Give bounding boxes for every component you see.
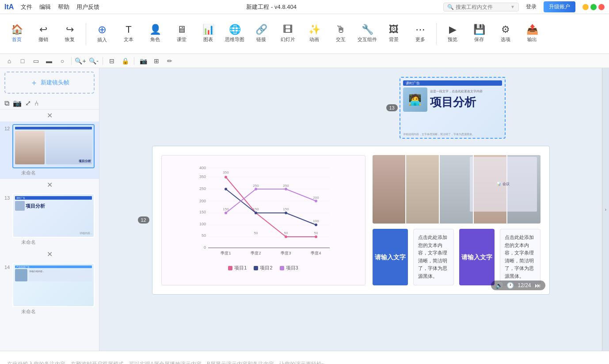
menu-edit[interactable]: 编辑 xyxy=(39,3,51,11)
upgrade-button[interactable]: 升级账户 xyxy=(544,1,575,12)
chart-legend: 项目1 项目2 项目3 xyxy=(169,265,358,271)
camera-frame-button[interactable]: 📷 xyxy=(13,99,22,107)
edit-icon[interactable]: ✏ xyxy=(164,55,175,67)
toolbar-options[interactable]: ⚙ 选项 xyxy=(493,17,518,51)
minimize-button[interactable] xyxy=(582,4,589,10)
maximize-button[interactable] xyxy=(590,4,597,10)
toolbar-more-label: 更多 xyxy=(415,36,425,43)
close-button[interactable] xyxy=(598,4,605,10)
toolbar-home[interactable]: 🏠 首页 xyxy=(4,17,29,51)
plus-icon: ＋ xyxy=(30,77,38,88)
toolbar-bg[interactable]: 🖼 背景 xyxy=(381,17,406,51)
toolbar-preview[interactable]: ▶ 预览 xyxy=(440,17,465,51)
slide-canvas-wrapper: 13 课时广告 🧑‍💻 这是一段文字，点击此处更改文字内容 项目分析 详细说明内… xyxy=(152,77,550,295)
toolbar-slides[interactable]: 🎞 幻灯片 xyxy=(275,17,300,51)
toolbar-redo[interactable]: ↪ 恢复 xyxy=(57,17,82,51)
svg-text:50: 50 xyxy=(254,231,258,235)
toolbar-role[interactable]: 👤 角色 xyxy=(143,17,167,51)
slide-12-badge: 12 xyxy=(138,216,149,224)
window-controls xyxy=(582,4,605,10)
redo-icon: ↪ xyxy=(66,25,74,34)
new-frame-button[interactable]: ＋ 新建镜头帧 xyxy=(4,72,95,94)
main-toolbar: 🏠 首页 ↩ 撤销 ↪ 恢复 ⊕ 插入 T 文本 👤 角色 🖥 课堂 📊 图表 … xyxy=(0,14,609,54)
toolbar-class[interactable]: 🖥 课堂 xyxy=(169,17,194,51)
toolbar-options-label: 选项 xyxy=(501,36,510,43)
toolbar-mindmap[interactable]: 🌐 思维导图 xyxy=(222,17,247,51)
svg-point-31 xyxy=(315,200,317,202)
menu-feedback[interactable]: 用户反馈 xyxy=(76,3,99,11)
save-icon: 💾 xyxy=(473,25,485,34)
copy-frame-button[interactable]: ⧉ xyxy=(4,99,9,107)
toolbar-divider-2 xyxy=(436,23,437,45)
search-box[interactable]: 🔍 ▼ xyxy=(443,3,519,11)
options-icon: ⚙ xyxy=(501,25,510,34)
zoom-in-icon[interactable]: 🔍+ xyxy=(75,55,86,67)
svg-point-24 xyxy=(225,188,227,190)
toolbar-more[interactable]: ⋯ 更多 xyxy=(408,17,433,51)
toolbar-save[interactable]: 💾 保存 xyxy=(467,17,491,51)
bg-icon: 🖼 xyxy=(389,25,399,34)
toolbar-home-label: 首页 xyxy=(12,36,22,43)
toolbar-link[interactable]: 🔗 链接 xyxy=(249,17,274,51)
slide-item-13[interactable]: 13 课时广告 项目分析 详细内容... 未命名 xyxy=(0,191,99,248)
slide-12-main[interactable]: 12 400 350 250 200 150 10 xyxy=(152,146,550,295)
line-chart: 400 350 250 200 150 100 50 0 xyxy=(169,163,358,260)
legend-label-2: 项目2 xyxy=(260,265,272,271)
menu-file[interactable]: 文件 xyxy=(21,3,32,11)
shape-house-icon[interactable]: ⌂ xyxy=(4,55,15,67)
slide-item-14[interactable]: 14 产品信息广告 详细介绍内容... xyxy=(0,260,99,318)
toolbar-export-label: 输出 xyxy=(527,36,537,43)
toolbar-insert[interactable]: ⊕ 插入 xyxy=(90,17,114,51)
toolbar-export[interactable]: 📤 输出 xyxy=(520,17,544,51)
login-button[interactable]: 登录 xyxy=(522,2,540,12)
forward-icon: ⏭ xyxy=(535,282,541,289)
toolbar-undo[interactable]: ↩ 撤销 xyxy=(31,17,56,51)
x-marker-top: ✕ xyxy=(0,110,99,121)
toolbar-text[interactable]: T 文本 xyxy=(116,17,141,51)
card-purple-2[interactable]: 请输入文字 xyxy=(459,229,495,285)
canvas-area[interactable]: 13 课时广告 🧑‍💻 这是一段文字，点击此处更改文字内容 项目分析 详细说明内… xyxy=(99,68,602,351)
slides-icon: 🎞 xyxy=(283,25,293,34)
chart-container: 400 350 250 200 150 100 50 0 xyxy=(161,155,365,285)
right-content: 📊 会议 请输入文字 点击此处添加您的文本内容，文字条理清晰，简洁明了，字体为思… xyxy=(373,155,540,285)
slide-label-13: 未命名 xyxy=(21,239,95,246)
link-icon: 🔗 xyxy=(255,25,267,34)
camera-icon[interactable]: 📷 xyxy=(137,55,149,67)
slide-label-12: 未命名 xyxy=(21,170,95,176)
card-blue-1[interactable]: 请输入文字 xyxy=(373,229,408,285)
branch-frame-button[interactable]: ⑃ xyxy=(34,99,39,107)
toolbar-interact2[interactable]: 🔧 交互组件 xyxy=(355,17,380,51)
card-text-2[interactable]: 点击此处添加您的文本内容，文字条理清晰，简洁明了，字体为思源黑体。 xyxy=(500,229,540,285)
slide-item-12[interactable]: 12 项目分析 未命名 xyxy=(0,121,99,179)
legend-dot-1 xyxy=(228,266,232,270)
chart-icon: 📊 xyxy=(202,25,214,34)
shape-circle-icon[interactable]: ○ xyxy=(57,55,68,67)
search-dropdown-icon[interactable]: ▼ xyxy=(510,4,515,9)
icon-separator-2 xyxy=(103,57,103,65)
svg-text:400: 400 xyxy=(199,166,206,170)
toolbar-interact[interactable]: 🖱 交互 xyxy=(328,17,353,51)
export-icon: 📤 xyxy=(526,25,538,34)
legend-dot-2 xyxy=(254,266,258,270)
expand-frame-button[interactable]: ⤢ xyxy=(25,99,31,107)
x-marker-mid: ✕ xyxy=(0,179,99,191)
shape-square-icon[interactable]: □ xyxy=(17,55,28,67)
toolbar-chart[interactable]: 📊 图表 xyxy=(196,17,221,51)
shape-rounded-icon[interactable]: ▭ xyxy=(30,55,42,67)
align-left-icon[interactable]: ⊟ xyxy=(106,55,118,67)
zoom-out-icon[interactable]: 🔍- xyxy=(88,55,99,67)
svg-text:150: 150 xyxy=(223,207,229,211)
interact2-icon: 🔧 xyxy=(362,25,373,34)
crop-icon[interactable]: ⊞ xyxy=(151,55,162,67)
shape-rect-icon[interactable]: ▬ xyxy=(43,55,55,67)
svg-text:100: 100 xyxy=(313,219,319,223)
legend-label-1: 项目1 xyxy=(234,265,247,271)
lock-icon[interactable]: 🔒 xyxy=(119,55,131,67)
slide-13-preview[interactable]: 13 课时广告 🧑‍💻 这是一段文字，点击此处更改文字内容 项目分析 详细说明内… xyxy=(400,77,506,139)
card-text-1[interactable]: 点击此处添加您的文本内容，文字条理清晰，简洁明了，字体为思源黑体。 xyxy=(413,229,454,285)
right-collapse-handle[interactable]: › xyxy=(602,68,609,351)
bottom-cards: 请输入文字 点击此处添加您的文本内容，文字条理清晰，简洁明了，字体为思源黑体。 … xyxy=(373,229,540,285)
search-input[interactable] xyxy=(456,4,509,10)
menu-help[interactable]: 帮助 xyxy=(58,3,69,11)
toolbar-animation[interactable]: ✨ 动画 xyxy=(302,17,327,51)
